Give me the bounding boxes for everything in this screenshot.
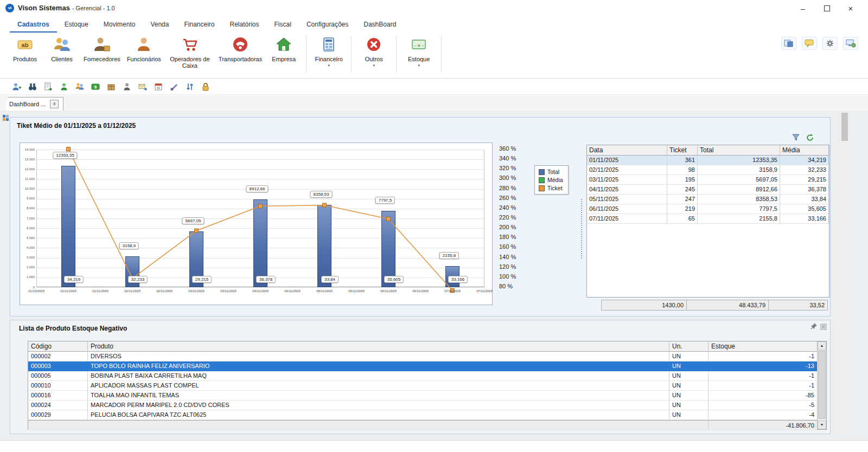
stock-scrollbar[interactable]: ▲ ▼ bbox=[817, 341, 826, 429]
menu-tab-configuracoes[interactable]: Configurações bbox=[299, 17, 356, 33]
ribbon-button-label: Estoque bbox=[404, 56, 434, 62]
minimize-button[interactable]: – bbox=[791, 0, 815, 16]
tab-close-icon[interactable]: x bbox=[50, 100, 59, 108]
stock-row[interactable]: 000016TOALHA MAO INFANTIL TEMASUN-85 bbox=[28, 391, 818, 401]
ticket-cell: 04/11/2025 bbox=[587, 185, 667, 195]
stock-row[interactable]: 000005BOBINA PLAST BAIXA CARRETILHA MAQU… bbox=[28, 371, 818, 381]
page-scrollbar[interactable] bbox=[841, 112, 848, 432]
tools-icon[interactable] bbox=[168, 81, 180, 93]
ribbon-button-financeiro[interactable]: Financeiro▾ bbox=[310, 34, 347, 69]
total-value-label: 12353,35 bbox=[53, 152, 77, 159]
ribbon-button-estoque[interactable]: ←a→Estoque▾ bbox=[400, 34, 437, 69]
stock-cell: UN bbox=[669, 410, 709, 420]
panel-splitter[interactable] bbox=[581, 199, 584, 259]
ticket-col-media[interactable]: Média bbox=[780, 145, 829, 156]
ticket-cell: 02/11/2025 bbox=[587, 165, 667, 175]
money-icon[interactable]: $ bbox=[90, 81, 101, 93]
ticket-col-data[interactable]: Data bbox=[587, 145, 667, 156]
chat-icon[interactable] bbox=[802, 37, 817, 50]
binoculars-icon[interactable] bbox=[27, 81, 39, 93]
stock-cell: UN bbox=[669, 371, 709, 381]
menu-tab-estoque[interactable]: Estoque bbox=[57, 17, 96, 33]
users-gear-icon[interactable] bbox=[74, 81, 86, 93]
package-icon[interactable] bbox=[105, 81, 117, 93]
ribbon-button-label: Clientes bbox=[47, 56, 77, 62]
stock-col-estoque[interactable]: Estoque bbox=[709, 341, 818, 352]
ribbon-button-produtos[interactable]: abProdutos bbox=[7, 34, 43, 63]
ticket-col-ticket[interactable]: Ticket bbox=[667, 145, 698, 156]
right-axis-label: 360 % bbox=[499, 145, 516, 152]
pin-icon[interactable] bbox=[810, 322, 818, 332]
app-logo-icon: vi bbox=[5, 4, 14, 12]
chart-filter-icon[interactable] bbox=[791, 133, 801, 143]
scroll-down-icon[interactable]: ▼ bbox=[818, 421, 826, 429]
stock-row[interactable]: 000024MARCADOR PERM MARIPEL 2.0 CD/DVD C… bbox=[28, 401, 818, 410]
media-value-label: 35,605 bbox=[384, 276, 404, 283]
stock-col-produto[interactable]: Produto bbox=[88, 341, 669, 352]
chart-legend: TotalMédiaTicket bbox=[534, 165, 569, 195]
panel-options-icon[interactable] bbox=[820, 322, 827, 332]
stock-row[interactable]: 000002DIVERSOSUN-1 bbox=[28, 352, 818, 361]
scroll-up-icon[interactable]: ▲ bbox=[818, 341, 826, 350]
menu-tab-financeiro[interactable]: Financeiro bbox=[176, 17, 222, 33]
ribbon-button-operadores-de-caixa[interactable]: Operadores de Caixa bbox=[164, 34, 215, 70]
scroll-thumb[interactable] bbox=[818, 351, 826, 419]
menu-tab-cadastros[interactable]: Cadastros bbox=[10, 17, 57, 33]
calendar-icon[interactable]: 31 bbox=[152, 81, 164, 93]
settings-icon[interactable] bbox=[822, 37, 838, 50]
page-scroll-thumb[interactable] bbox=[841, 113, 848, 141]
ticket-cell: 245 bbox=[667, 185, 698, 195]
right-axis-label: 140 % bbox=[499, 254, 516, 260]
ticket-row[interactable]: 04/11/20252458912,6636,378 bbox=[587, 185, 829, 195]
ribbon-button-empresa[interactable]: Empresa bbox=[265, 34, 302, 63]
ticket-chart: 14.00013.00012.00011.00010.0009.0008.000… bbox=[20, 143, 493, 305]
ticket-row[interactable]: 01/11/202536112353,3534,219 bbox=[587, 156, 829, 165]
layout-panels-icon[interactable] bbox=[781, 37, 796, 50]
ticket-row[interactable]: 02/11/2025983158,932,233 bbox=[587, 165, 829, 175]
stock-col-codigo[interactable]: Código bbox=[28, 341, 88, 352]
svg-text:ab: ab bbox=[22, 42, 29, 48]
ribbon-button-clientes[interactable]: Clientes bbox=[43, 34, 80, 63]
lock-icon[interactable] bbox=[200, 81, 212, 93]
ribbon-button-funcionarios[interactable]: Funcionários bbox=[124, 34, 164, 63]
stock-col-un[interactable]: Un. bbox=[669, 341, 709, 352]
legend-item-total: Total bbox=[539, 169, 563, 175]
tab-dashboard[interactable]: DashBoard ... x bbox=[4, 97, 63, 111]
columns-swap-icon[interactable] bbox=[184, 81, 196, 93]
ribbon-buttons: abProdutosClientesFornecedoresFuncionári… bbox=[7, 34, 445, 73]
ticket-row[interactable]: 05/11/20252478358,5333,84 bbox=[587, 195, 829, 204]
ribbon-button-outros[interactable]: Outros▾ bbox=[355, 34, 392, 69]
menu-tab-fiscal[interactable]: Fiscal bbox=[267, 17, 299, 33]
user-dark-icon[interactable] bbox=[121, 81, 133, 93]
menu-tab-venda[interactable]: Venda bbox=[143, 17, 176, 33]
maximize-button[interactable] bbox=[815, 0, 839, 16]
ticket-row[interactable]: 06/11/20252197797,535,605 bbox=[587, 204, 829, 214]
stock-row[interactable]: 000010APLICADOR MASSAS PLAST COMPELUN-1 bbox=[28, 381, 818, 391]
add-user-icon[interactable] bbox=[11, 81, 23, 93]
layout-grid-icon[interactable] bbox=[3, 115, 9, 121]
ticket-cell: 32,233 bbox=[780, 165, 829, 175]
close-button[interactable]: × bbox=[839, 0, 863, 16]
ticket-row[interactable]: 07/11/2025652155,833,166 bbox=[587, 214, 829, 224]
y-axis-label: 13.000 bbox=[20, 158, 35, 162]
report-export-icon[interactable] bbox=[42, 81, 54, 93]
menu-tab-movimento[interactable]: Movimento bbox=[96, 17, 143, 33]
user-green-icon[interactable] bbox=[58, 81, 70, 93]
stock-row[interactable]: 000003TOPO BOLO RAINHA FELIZ ANIVERSARIO… bbox=[28, 361, 818, 371]
right-axis-label: 220 % bbox=[499, 214, 516, 221]
x-axis-label: 02/11/2025 bbox=[156, 289, 173, 293]
ticket-row[interactable]: 03/11/20251955697,0529,215 bbox=[587, 175, 829, 185]
document-tabbar: DashBoard ... x bbox=[0, 95, 868, 111]
menu-tab-relatorios[interactable]: Relatórios bbox=[222, 17, 267, 33]
ticket-cell: 33,84 bbox=[780, 195, 829, 204]
monitor-settings-icon[interactable] bbox=[843, 37, 858, 50]
stock-cell: 000005 bbox=[28, 371, 88, 381]
ribbon-button-transportadoras[interactable]: Transportadoras bbox=[215, 34, 265, 63]
stock-cell: TOPO BOLO RAINHA FELIZ ANIVERSARIO bbox=[88, 361, 669, 371]
ticket-col-total[interactable]: Total bbox=[698, 145, 780, 156]
menu-tab-dashboard[interactable]: DashBoard bbox=[356, 17, 404, 33]
chart-refresh-icon[interactable] bbox=[805, 133, 815, 143]
mail-export-icon[interactable] bbox=[137, 81, 149, 93]
stock-row[interactable]: 000029PELUCIA BOLSA CAPIVARA TZC ALT0625… bbox=[28, 410, 818, 420]
ribbon-button-fornecedores[interactable]: Fornecedores bbox=[80, 34, 124, 63]
